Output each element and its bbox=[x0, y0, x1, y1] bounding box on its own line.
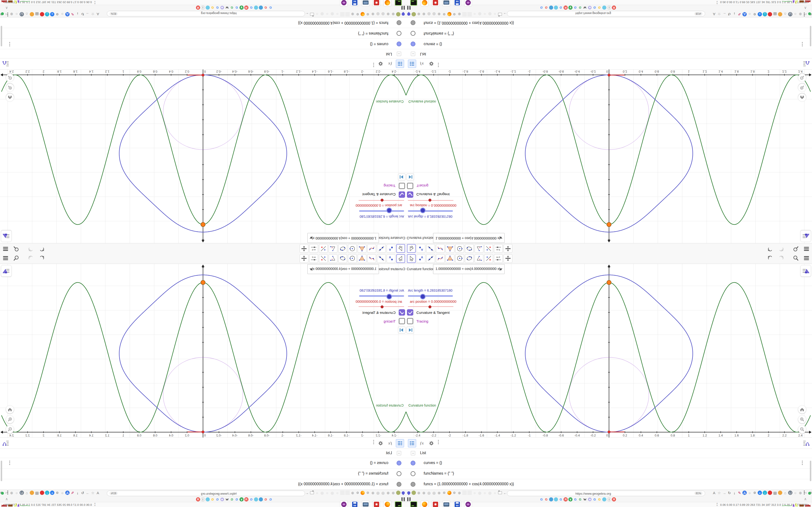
globe-icon[interactable]: ⊕ bbox=[457, 491, 462, 495]
curvature-value-point[interactable] bbox=[201, 222, 205, 227]
wikipedia-favicon[interactable]: W bbox=[225, 497, 229, 501]
algebra-view-toggle[interactable] bbox=[408, 60, 416, 68]
firefox-app-icon[interactable] bbox=[384, 501, 391, 507]
arc-length-slider-thumb[interactable] bbox=[387, 294, 392, 299]
tool-reflect-button[interactable] bbox=[319, 254, 328, 263]
tool-line-button[interactable] bbox=[426, 244, 435, 253]
tool-point-button[interactable] bbox=[387, 244, 395, 253]
google-favicon[interactable]: G bbox=[597, 6, 602, 10]
trash-icon[interactable]: ▤ bbox=[773, 491, 777, 495]
ghost-circle-icon[interactable]: ○ bbox=[335, 12, 340, 16]
visibility-marble[interactable] bbox=[411, 461, 415, 465]
graphics-view[interactable]: Curvature function -2.4-2.2-2-1.8-1.6-1.… bbox=[0, 264, 406, 438]
search-button[interactable] bbox=[12, 255, 20, 262]
tool-angle-button[interactable] bbox=[329, 244, 337, 253]
google-favicon[interactable]: G bbox=[235, 497, 239, 501]
globe-icon[interactable]: ⊕ bbox=[437, 491, 441, 495]
sphere-favicon[interactable] bbox=[259, 497, 263, 501]
settings-gear-button[interactable] bbox=[427, 439, 436, 447]
gear-icon[interactable] bbox=[355, 491, 360, 495]
tool-curve-button[interactable] bbox=[367, 254, 376, 263]
google-favicon[interactable]: G bbox=[268, 6, 272, 10]
location-pin-icon[interactable] bbox=[401, 491, 406, 495]
globe-gray-icon[interactable]: ⊕ bbox=[798, 491, 803, 495]
page-zoom-badge[interactable]: 81% bbox=[694, 492, 703, 495]
translate-icon[interactable]: A bbox=[712, 12, 716, 16]
home-button[interactable] bbox=[6, 405, 14, 413]
graphics-stylebar-button[interactable] bbox=[800, 230, 811, 242]
add-extension-icon[interactable]: + bbox=[50, 12, 54, 16]
olive-extension-icon[interactable] bbox=[412, 12, 416, 16]
algebra-header-kebab[interactable] bbox=[373, 442, 374, 443]
sphere-favicon[interactable] bbox=[549, 6, 553, 10]
redo-button[interactable] bbox=[28, 245, 35, 252]
mask-app-icon[interactable] bbox=[464, 501, 472, 507]
home-button[interactable] bbox=[6, 94, 14, 102]
uo-shield-icon[interactable]: U bbox=[788, 491, 793, 495]
tool-line-button[interactable] bbox=[426, 254, 435, 263]
reload-icon[interactable]: ↻ bbox=[81, 491, 85, 495]
scrollbar-thumb[interactable] bbox=[1, 26, 2, 46]
wikipedia-favicon[interactable]: W bbox=[225, 6, 229, 10]
red-dot-extension-icon[interactable] bbox=[768, 12, 772, 16]
chevron-up-icon[interactable]: ∧ bbox=[804, 6, 807, 10]
chevron-up-icon[interactable]: ∧ bbox=[5, 6, 8, 10]
translate-blue-icon[interactable]: A bbox=[65, 491, 69, 495]
url-bar[interactable]: https://www.geogebra.org 81% bbox=[507, 491, 705, 496]
marker-icon[interactable]: ✎ bbox=[70, 491, 75, 495]
olive-extension-icon[interactable] bbox=[396, 491, 400, 495]
pause-icon[interactable] bbox=[407, 6, 411, 10]
gear-icon[interactable] bbox=[355, 12, 360, 16]
back-arrow-icon[interactable]: ← bbox=[305, 12, 309, 16]
tracing-checkbox[interactable] bbox=[399, 318, 405, 324]
graphics-stylebar-button[interactable] bbox=[1, 265, 12, 277]
yandex-favicon[interactable]: Я bbox=[196, 6, 200, 10]
algebra-view-toggle[interactable] bbox=[408, 439, 416, 447]
wave-favicon[interactable]: ∨ bbox=[240, 6, 244, 10]
tool-move-cursor-button[interactable] bbox=[396, 254, 405, 263]
sphere-favicon[interactable] bbox=[554, 6, 558, 10]
page-zoom-badge[interactable]: 81% bbox=[109, 12, 118, 15]
algebra-row-funcs[interactable]: funcs = {1.000000000000 + cos(4.00000000… bbox=[406, 479, 812, 490]
zoom-out-button[interactable] bbox=[6, 425, 14, 433]
trash-icon[interactable]: ▤ bbox=[773, 12, 777, 16]
function-combobox[interactable]: 1.000000000000 + cos(4.000000000000 x) bbox=[307, 233, 379, 243]
colorful-globe-icon[interactable] bbox=[778, 12, 782, 16]
star-icon[interactable]: ☆ bbox=[91, 12, 95, 16]
page-zoom-badge[interactable]: 81% bbox=[694, 12, 703, 15]
browser-menu-kebab[interactable] bbox=[6, 492, 10, 493]
firefox-app-icon[interactable] bbox=[421, 0, 428, 6]
fx-view-toggle[interactable]: ƒx bbox=[418, 439, 426, 447]
ghost-circle-icon[interactable]: ◎ bbox=[330, 491, 335, 495]
tool-polygon-button[interactable] bbox=[358, 254, 366, 263]
google-favicon[interactable]: G bbox=[573, 497, 577, 501]
terminal-app-icon[interactable] bbox=[410, 501, 418, 507]
google-favicon[interactable]: G bbox=[249, 497, 253, 501]
mask-app-icon[interactable] bbox=[340, 0, 348, 6]
translate-icon[interactable]: A bbox=[712, 491, 716, 495]
algebra-view-toggle[interactable] bbox=[396, 60, 404, 68]
colorful-globe-icon[interactable] bbox=[30, 12, 34, 16]
curvature-tangent-checkbox[interactable] bbox=[407, 191, 413, 198]
shield-outline-icon[interactable]: ○ bbox=[14, 491, 19, 495]
ghost-circle-icon[interactable]: ◎ bbox=[320, 491, 324, 495]
wrench-icon[interactable] bbox=[442, 491, 446, 495]
display-app-icon[interactable] bbox=[362, 0, 369, 6]
ghost-circle-icon[interactable]: ○ bbox=[493, 491, 497, 495]
tool-ellipse-button[interactable] bbox=[465, 244, 474, 253]
settings-gear-button[interactable] bbox=[376, 60, 385, 68]
tool-slider-button[interactable] bbox=[309, 254, 318, 263]
folder-icon[interactable] bbox=[498, 491, 502, 495]
geogebra-favicon[interactable] bbox=[588, 6, 592, 10]
folder-icon[interactable] bbox=[498, 12, 502, 16]
star-icon[interactable]: ☆ bbox=[91, 491, 95, 495]
add-extension-icon[interactable]: + bbox=[758, 12, 762, 16]
curvature-tangent-checkbox[interactable] bbox=[399, 309, 405, 316]
translate-icon[interactable]: A bbox=[96, 491, 100, 495]
terminal-app-icon[interactable] bbox=[394, 501, 402, 507]
browser-menu-kebab[interactable] bbox=[6, 14, 10, 15]
tool-reflect-button[interactable] bbox=[319, 244, 328, 253]
location-pin-icon[interactable] bbox=[406, 12, 411, 16]
arc-position-slider-thumb[interactable] bbox=[380, 305, 384, 308]
ghost-circle-icon[interactable]: ○ bbox=[493, 12, 497, 16]
